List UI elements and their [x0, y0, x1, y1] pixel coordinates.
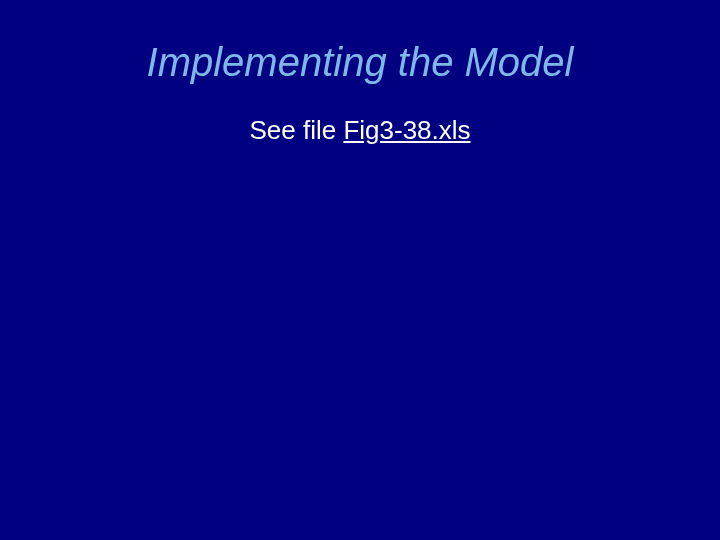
- slide-container: Implementing the Model See file Fig3-38.…: [0, 0, 720, 540]
- slide-title: Implementing the Model: [0, 40, 720, 85]
- slide-body: See file Fig3-38.xls: [0, 115, 720, 146]
- body-prefix-text: See file: [249, 115, 343, 145]
- file-link[interactable]: Fig3-38.xls: [343, 115, 470, 145]
